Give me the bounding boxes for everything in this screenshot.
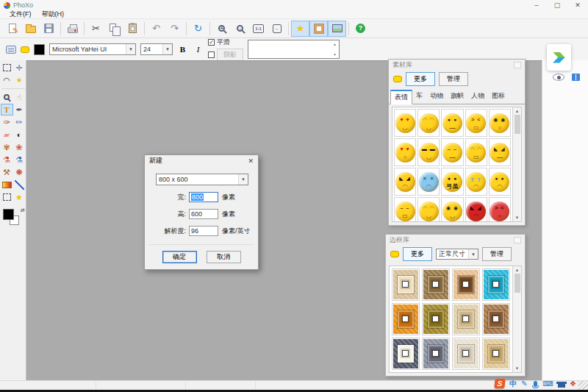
menu-help[interactable]: 帮助(H): [37, 10, 70, 19]
tool-text[interactable]: T: [1, 104, 13, 115]
frame-tile[interactable]: [482, 338, 510, 370]
tab-人物[interactable]: 人物: [467, 90, 488, 104]
new-button[interactable]: [3, 21, 21, 37]
frame-tile[interactable]: [392, 338, 420, 370]
ime-keyboard-icon[interactable]: ⌨: [543, 380, 553, 388]
emoji-tile[interactable]: ◠ ◠◡: [417, 197, 440, 221]
foreground-color-swatch[interactable]: [3, 209, 14, 220]
ime-toolbox-icon[interactable]: ❖: [570, 380, 576, 388]
close-button[interactable]: ✕: [567, 0, 588, 10]
tab-旗帜[interactable]: 旗帜: [447, 90, 467, 104]
clipart-more-button[interactable]: 更多: [406, 72, 435, 86]
tool-contrast[interactable]: ◐: [13, 129, 26, 140]
dialog-titlebar[interactable]: 新建 ✕: [145, 155, 258, 166]
dialog-close-button[interactable]: ✕: [248, 157, 254, 165]
paste-button[interactable]: [123, 21, 142, 37]
scroll-down-icon[interactable]: ▼: [333, 52, 337, 57]
tool-zoom[interactable]: [1, 91, 13, 103]
refresh-button[interactable]: ↻: [189, 21, 207, 37]
scroll-up-icon[interactable]: ▲: [333, 42, 337, 46]
frame-tile[interactable]: [392, 303, 420, 335]
tool-fill-bucket[interactable]: ⚗: [1, 154, 13, 165]
redo-button[interactable]: ↷: [165, 21, 184, 37]
maximize-button[interactable]: ▢: [547, 0, 567, 10]
tool-transform[interactable]: [1, 191, 13, 203]
frame-tile[interactable]: [422, 303, 450, 335]
font-size-select[interactable]: 24 ▼: [140, 43, 173, 55]
ime-microphone-icon[interactable]: [534, 381, 537, 387]
fit-window-button[interactable]: ↔: [268, 21, 286, 37]
preset-size-select[interactable]: 800 x 600 ▼: [156, 174, 248, 185]
bubble-icon[interactable]: [21, 46, 29, 53]
floating-logo-widget[interactable]: [547, 44, 571, 71]
frame-library-button[interactable]: [309, 21, 328, 37]
frame-tile[interactable]: [452, 338, 480, 370]
text-scroll-rail[interactable]: ▲▼: [331, 40, 339, 58]
italic-button[interactable]: I: [193, 44, 204, 55]
frame-manage-button[interactable]: 管理: [482, 247, 512, 261]
emoji-tile[interactable]: ◠ ◠▭: [465, 138, 487, 166]
tool-stamp[interactable]: ⚒: [1, 166, 13, 178]
emoji-tile[interactable]: ▬ ▬◡: [417, 138, 440, 166]
font-family-select[interactable]: Microsoft YaHei UI ▼: [49, 43, 136, 55]
print-button[interactable]: [63, 21, 82, 37]
undo-button[interactable]: ↶: [147, 21, 165, 37]
cancel-button[interactable]: 取消: [207, 251, 241, 263]
frame-tile[interactable]: [422, 338, 450, 370]
help-book-icon[interactable]: [572, 74, 580, 81]
emoji-tile[interactable]: ◉ ◉○: [489, 109, 511, 137]
dpi-input[interactable]: 96: [189, 226, 218, 236]
chevron-down-icon[interactable]: ▼: [162, 44, 172, 54]
menu-file[interactable]: 文件(F): [4, 10, 37, 19]
emoji-tile[interactable]: ● ●弓虽: [441, 168, 463, 196]
tool-eyedropper[interactable]: ✒: [13, 104, 26, 115]
frame-panel-close-button[interactable]: [514, 237, 521, 243]
zoom-in-button[interactable]: +: [212, 21, 231, 37]
ime-skin-icon[interactable]: [558, 382, 565, 388]
tab-车[interactable]: 车: [412, 90, 426, 104]
copy-button[interactable]: [105, 21, 123, 37]
scroll-down-icon[interactable]: ▼: [515, 366, 520, 371]
save-button[interactable]: [40, 21, 58, 37]
frame-tile[interactable]: [452, 303, 480, 335]
emoji-tile[interactable]: – –―: [441, 138, 463, 166]
tool-gradient[interactable]: [1, 179, 13, 190]
ime-pen-icon[interactable]: ✎: [521, 380, 527, 388]
frame-tile[interactable]: [482, 268, 510, 301]
width-input[interactable]: 800: [189, 192, 218, 202]
smooth-checkbox[interactable]: ✓: [208, 39, 215, 46]
emoji-tile[interactable]: – –▭: [394, 197, 416, 221]
actual-size-button[interactable]: 1:1: [249, 21, 268, 37]
clipart-library-button[interactable]: ★: [291, 21, 309, 37]
text-input-area[interactable]: ▲▼: [248, 40, 340, 59]
frame-scrollbar[interactable]: ▲ ▼: [512, 266, 521, 372]
emoji-tile[interactable]: ● ●―: [441, 109, 463, 137]
clipart-scrollbar[interactable]: ▲ ▼: [512, 107, 521, 221]
frame-tile[interactable]: [392, 268, 420, 301]
emoji-tile[interactable]: ♥ ♥○: [394, 138, 416, 166]
ok-button[interactable]: 确定: [162, 251, 197, 263]
emoji-tile[interactable]: ╥ ╥◠: [465, 168, 487, 196]
emoji-tile[interactable]: ◠ ◠◡: [417, 109, 440, 137]
chevron-down-icon[interactable]: ▼: [238, 174, 248, 185]
tab-表情[interactable]: 表情: [390, 90, 412, 104]
clipart-panel-close-button[interactable]: [514, 62, 521, 68]
text-panel-icon[interactable]: [6, 46, 16, 54]
scrollbar-thumb[interactable]: [514, 115, 520, 134]
frame-size-select[interactable]: 正常尺寸 ▼: [436, 249, 478, 260]
chevron-down-icon[interactable]: ▼: [468, 249, 478, 259]
minimize-button[interactable]: –: [526, 0, 547, 10]
emoji-tile[interactable]: ◣ ◢◠: [465, 197, 487, 221]
tool-line[interactable]: [13, 179, 26, 190]
frame-tile[interactable]: [452, 268, 480, 301]
frame-more-button[interactable]: 更多: [403, 247, 432, 261]
scrollbar-thumb[interactable]: [514, 274, 520, 293]
preview-eye-icon[interactable]: [553, 74, 564, 81]
tool-shape-star[interactable]: ★: [13, 191, 26, 203]
emoji-tile[interactable]: ◣ ◢―: [489, 138, 511, 166]
tool-fill-pattern[interactable]: ⚗: [13, 154, 26, 165]
emoji-tile[interactable]: ● ●◠: [489, 168, 511, 196]
tool-pencil[interactable]: ✏: [13, 116, 26, 128]
tool-lasso[interactable]: ◠: [1, 74, 13, 86]
emoji-tile[interactable]: ◉ ◉◡: [441, 197, 463, 221]
